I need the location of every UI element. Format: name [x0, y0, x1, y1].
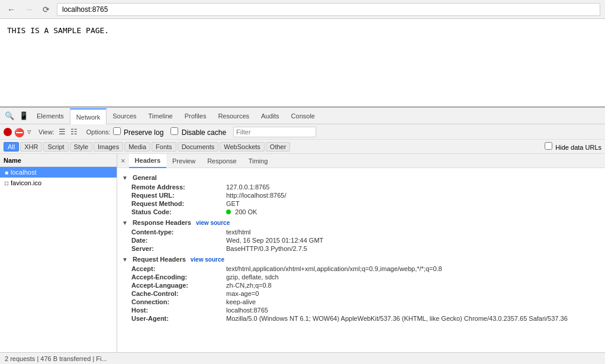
request-headers-title: Request Headers [133, 256, 186, 263]
hide-data-urls-checkbox[interactable] [545, 142, 552, 150]
stop-button[interactable]: ⛔ [14, 128, 22, 136]
tab-timeline[interactable]: Timeline [143, 108, 179, 124]
tab-profiles[interactable]: Profiles [179, 108, 213, 124]
status-dot [226, 210, 231, 214]
status-code-value: 200 OK [226, 208, 257, 215]
host-row: Host: localhost:8765 [131, 307, 600, 314]
user-agent-value: Mozilla/5.0 (Windows NT 6.1; WOW64) Appl… [226, 315, 568, 322]
back-button[interactable]: ← [5, 4, 18, 15]
content-type-label: Content-type: [131, 228, 226, 236]
file-list: Name ■ localhost □ favicon.ico [0, 154, 117, 352]
filter-media[interactable]: Media [124, 142, 150, 152]
file-icon-localhost: ■ [5, 169, 8, 176]
response-headers-section-header: ▼ Response Headers view source [122, 219, 600, 226]
details-content: ▼ General Remote Address: 127.0.0.1:8765… [117, 168, 605, 352]
tab-elements[interactable]: Elements [31, 108, 70, 124]
filter-style[interactable]: Style [70, 142, 92, 152]
disable-cache-checkbox[interactable] [170, 127, 178, 135]
hide-data-urls-label: Hide data URLs [545, 142, 601, 151]
forward-button[interactable]: → [22, 4, 36, 15]
content-type-value: text/html [226, 228, 251, 236]
network-main: Name ■ localhost □ favicon.ico × Headers… [0, 154, 605, 352]
request-headers-view-source[interactable]: view source [191, 256, 224, 263]
response-headers-triangle: ▼ [122, 220, 128, 226]
general-section-header: ▼ General [122, 174, 600, 181]
accept-encoding-row: Accept-Encoding: gzip, deflate, sdch [131, 273, 600, 281]
details-close-button[interactable]: × [117, 155, 129, 166]
page-text: THIS IS A SAMPLE PAGE. [7, 26, 109, 35]
cache-control-label: Cache-Control: [131, 290, 226, 297]
devtools-tab-bar: 🔍 📱 Elements Network Sources Timeline Pr… [0, 108, 605, 124]
detail-view-icon[interactable]: ☷ [69, 127, 79, 137]
view-icons: ☰ ☷ [57, 127, 79, 137]
network-toolbar: ⛔ ▿ View: ☰ ☷ Options: Preserve log Disa… [0, 124, 605, 140]
tab-resources[interactable]: Resources [212, 108, 255, 124]
filter-xhr[interactable]: XHR [20, 142, 42, 152]
user-agent-label: User-Agent: [131, 315, 226, 322]
tab-console[interactable]: Console [285, 108, 321, 124]
date-row: Date: Wed, 16 Sep 2015 01:12:44 GMT [131, 237, 600, 244]
general-title: General [133, 174, 157, 181]
detail-tab-response[interactable]: Response [201, 154, 243, 168]
filter-websockets[interactable]: WebSockets [220, 142, 265, 152]
request-headers-section-header: ▼ Request Headers view source [122, 256, 600, 263]
devtools: 🔍 📱 Elements Network Sources Timeline Pr… [0, 107, 605, 364]
options-label: Options: [86, 128, 111, 136]
response-headers-title: Response Headers [133, 219, 191, 226]
accept-row: Accept: text/html,application/xhtml+xml,… [131, 265, 600, 272]
file-icon-favicon: □ [5, 180, 8, 186]
accept-encoding-value: gzip, deflate, sdch [226, 273, 279, 281]
detail-tab-headers[interactable]: Headers [129, 154, 166, 168]
content-type-row: Content-type: text/html [131, 228, 600, 236]
filter-bar: All XHR Script Style Images Media Fonts … [0, 140, 605, 154]
filter-other[interactable]: Other [266, 142, 291, 152]
date-label: Date: [131, 237, 226, 244]
accept-language-label: Accept-Language: [131, 282, 226, 289]
refresh-button[interactable]: ⟳ [40, 4, 52, 15]
accept-value: text/html,application/xhtml+xml,applicat… [226, 265, 442, 272]
filter-documents[interactable]: Documents [178, 142, 219, 152]
filter-images[interactable]: Images [94, 142, 123, 152]
filter-search-input[interactable] [233, 127, 316, 137]
view-label: View: [38, 128, 54, 136]
list-view-icon[interactable]: ☰ [57, 127, 67, 137]
page-content: THIS IS A SAMPLE PAGE. [0, 19, 605, 107]
accept-language-value: zh-CN,zh;q=0.8 [226, 282, 272, 289]
server-value: BaseHTTP/0.3 Python/2.7.5 [226, 245, 307, 252]
filter-fonts[interactable]: Fonts [152, 142, 176, 152]
tab-sources[interactable]: Sources [107, 108, 142, 124]
file-item-favicon[interactable]: □ favicon.ico [0, 178, 117, 188]
detail-tab-timing[interactable]: Timing [243, 154, 274, 168]
cache-control-row: Cache-Control: max-age=0 [131, 290, 600, 297]
filter-all[interactable]: All [4, 142, 19, 152]
record-button[interactable] [4, 128, 12, 136]
devtools-search-icon[interactable]: 🔍 [2, 110, 17, 121]
file-item-localhost[interactable]: ■ localhost [0, 167, 117, 178]
devtools-phone-icon[interactable]: 📱 [17, 110, 31, 121]
request-url-label: Request URL: [131, 192, 226, 199]
status-bar: 2 requests | 476 B transferred | Fi... [0, 352, 605, 364]
date-value: Wed, 16 Sep 2015 01:12:44 GMT [226, 237, 323, 244]
server-label: Server: [131, 245, 226, 252]
general-triangle: ▼ [122, 175, 128, 181]
tab-network[interactable]: Network [70, 108, 107, 125]
response-headers-view-source[interactable]: view source [196, 220, 230, 226]
tab-audits[interactable]: Audits [255, 108, 285, 124]
connection-label: Connection: [131, 298, 226, 305]
remote-address-row: Remote Address: 127.0.0.1:8765 [131, 183, 600, 191]
details-tabs: × Headers Preview Response Timing [117, 154, 605, 168]
preserve-log-checkbox[interactable] [113, 127, 121, 135]
file-list-header: Name [0, 154, 117, 167]
server-row: Server: BaseHTTP/0.3 Python/2.7.5 [131, 245, 600, 252]
accept-encoding-label: Accept-Encoding: [131, 273, 226, 281]
request-headers-triangle: ▼ [122, 256, 128, 263]
address-bar[interactable] [57, 3, 600, 16]
filter-script[interactable]: Script [43, 142, 68, 152]
host-value: localhost:8765 [226, 307, 268, 314]
request-method-label: Request Method: [131, 200, 226, 207]
accept-language-row: Accept-Language: zh-CN,zh;q=0.8 [131, 282, 600, 289]
detail-tab-preview[interactable]: Preview [166, 154, 201, 168]
details-panel: × Headers Preview Response Timing ▼ Gene… [117, 154, 605, 352]
status-code-row: Status Code: 200 OK [131, 208, 600, 215]
filter-icon[interactable]: ▿ [25, 126, 34, 137]
